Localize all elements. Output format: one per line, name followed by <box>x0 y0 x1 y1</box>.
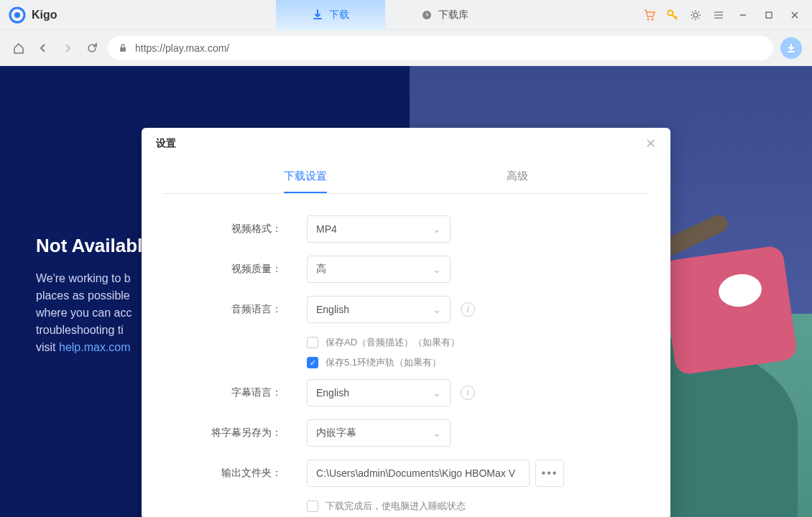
logo-area: Kigo <box>0 6 276 24</box>
close-button[interactable] <box>786 6 803 24</box>
checkbox-unchecked[interactable] <box>307 500 318 512</box>
content-area: Not Available We're working to b places … <box>0 66 812 517</box>
download-icon <box>312 9 323 21</box>
label-save-subtitle-as: 将字幕另存为： <box>181 427 307 439</box>
select-video-quality[interactable]: 高 ⌄ <box>307 256 451 283</box>
clock-icon <box>421 9 433 21</box>
svg-point-4 <box>652 18 654 20</box>
label-subtitle-lang: 字幕语言： <box>181 386 307 399</box>
browse-button[interactable]: ••• <box>535 460 564 487</box>
chevron-down-icon: ⌄ <box>433 223 441 235</box>
input-output-folder[interactable]: C:\Users\admin\Documents\Kigo HBOMax V <box>307 460 530 487</box>
minimize-button[interactable] <box>734 6 752 24</box>
row-subtitle-lang: 字幕语言： English ⌄ i <box>181 379 627 406</box>
maximize-button[interactable] <box>760 6 778 24</box>
label-audio-lang: 音频语言： <box>181 303 307 316</box>
lock-icon <box>118 43 128 53</box>
tab-download[interactable]: 下载 <box>276 0 385 30</box>
select-subtitle-lang[interactable]: English ⌄ <box>307 379 451 406</box>
select-audio-lang[interactable]: English ⌄ <box>307 296 451 323</box>
modal-tabs: 下载设置 高级 <box>142 159 670 193</box>
reload-button[interactable] <box>83 39 101 57</box>
app-logo-icon <box>9 6 26 24</box>
svg-point-6 <box>693 13 698 17</box>
check-sleep-after[interactable]: 下载完成后，使电脑进入睡眠状态 <box>307 500 627 513</box>
app-name: Kigo <box>32 9 57 22</box>
svg-point-1 <box>14 12 20 18</box>
url-text: https://play.max.com/ <box>135 42 229 54</box>
tab-download-label: 下载 <box>329 9 349 22</box>
gear-icon[interactable] <box>688 8 703 22</box>
tab-library[interactable]: 下载库 <box>385 0 504 30</box>
browser-toolbar: https://play.max.com/ <box>0 30 812 66</box>
label-video-quality: 视频质量： <box>181 263 307 276</box>
back-button[interactable] <box>34 39 52 57</box>
cart-icon[interactable] <box>642 8 657 22</box>
chevron-down-icon: ⌄ <box>433 264 441 275</box>
home-button[interactable] <box>10 39 27 57</box>
row-output-folder: 输出文件夹： C:\Users\admin\Documents\Kigo HBO… <box>181 460 627 487</box>
modal-header: 设置 ✕ <box>142 128 670 159</box>
modal-title: 设置 <box>156 137 176 150</box>
modal-tab-download[interactable]: 下载设置 <box>284 169 327 193</box>
hamburger-icon[interactable] <box>711 8 726 22</box>
row-video-format: 视频格式： MP4 ⌄ <box>181 215 627 243</box>
modal-body: 视频格式： MP4 ⌄ 视频质量： 高 ⌄ 音频语言： English ⌄ <box>142 194 670 517</box>
chevron-down-icon: ⌄ <box>433 387 441 399</box>
settings-modal: 设置 ✕ 下载设置 高级 视频格式： MP4 ⌄ 视频质量： 高 ⌄ <box>142 128 670 517</box>
url-bar[interactable]: https://play.max.com/ <box>108 36 773 60</box>
checkbox-unchecked[interactable] <box>307 337 318 348</box>
forward-button[interactable] <box>59 39 76 57</box>
chevron-down-icon: ⌄ <box>433 427 441 439</box>
select-video-format[interactable]: MP4 ⌄ <box>307 215 451 243</box>
key-icon[interactable] <box>665 8 680 22</box>
modal-tab-advanced[interactable]: 高级 <box>507 169 528 193</box>
row-save-subtitle-as: 将字幕另存为： 内嵌字幕 ⌄ <box>181 419 627 447</box>
close-icon[interactable]: ✕ <box>645 136 656 152</box>
svg-point-3 <box>647 18 650 20</box>
help-link[interactable]: help.max.com <box>59 341 131 353</box>
check-save-ad[interactable]: 保存AD（音频描述）（如果有） <box>307 336 627 349</box>
svg-rect-7 <box>766 12 772 18</box>
download-indicator[interactable] <box>780 37 802 59</box>
tab-library-label: 下载库 <box>438 9 469 22</box>
checkbox-checked[interactable]: ✓ <box>307 357 318 368</box>
label-video-format: 视频格式： <box>181 223 307 236</box>
info-icon[interactable]: i <box>461 302 475 317</box>
row-video-quality: 视频质量： 高 ⌄ <box>181 256 627 283</box>
select-save-subtitle-as[interactable]: 内嵌字幕 ⌄ <box>307 419 451 447</box>
row-audio-lang: 音频语言： English ⌄ i <box>181 296 627 323</box>
titlebar-right <box>642 6 812 24</box>
label-output-folder: 输出文件夹： <box>181 467 307 480</box>
audio-checkboxes: 保存AD（音频描述）（如果有） ✓ 保存5.1环绕声轨（如果有） <box>307 336 627 369</box>
info-icon[interactable]: i <box>461 386 475 400</box>
titlebar: Kigo 下载 下载库 <box>0 0 812 30</box>
svg-rect-8 <box>120 47 126 52</box>
check-save-51[interactable]: ✓ 保存5.1环绕声轨（如果有） <box>307 356 627 369</box>
chevron-down-icon: ⌄ <box>433 304 441 315</box>
